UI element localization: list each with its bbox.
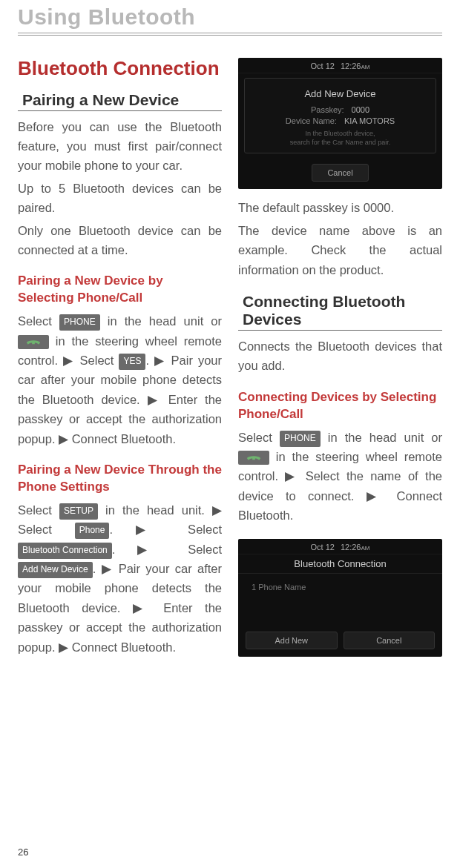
chip-phone: PHONE <box>59 314 100 331</box>
text-fragment: Select <box>18 503 59 517</box>
passkey-label: Passkey: <box>311 105 344 114</box>
device-name-row: Device Name: KIA MOTORS <box>252 116 428 125</box>
pairing-limit: Up to 5 Bluetooth devices can be paired. <box>18 179 222 218</box>
screenshot-button-row: Add New Cancel <box>238 627 442 657</box>
text-fragment: Select <box>18 314 59 328</box>
right-column: Oct 12 12:26AM Add New Device Passkey: 0… <box>238 58 442 670</box>
page-number: 26 <box>18 847 28 858</box>
device-name-value: KIA MOTORS <box>344 116 395 125</box>
screenshot-status-bar: Oct 12 12:26AM <box>238 58 442 73</box>
pairing-single: Only one Bluetooth device can be connect… <box>18 221 222 260</box>
phone-handset-icon <box>18 335 49 349</box>
screenshot-bluetooth-connection: Oct 12 12:26AM Bluetooth Connection 1 Ph… <box>238 539 442 657</box>
red-heading-connecting-phonecall: Connecting Devices by Selecting Phone/Ca… <box>238 389 442 423</box>
left-column: Bluetooth Connection Pairing a New Devic… <box>18 58 222 670</box>
page-title: Using Bluetooth <box>18 0 442 33</box>
section-heading-bluetooth-connection: Bluetooth Connection <box>18 58 222 79</box>
screenshot-add-new-device: Oct 12 12:26AM Add New Device Passkey: 0… <box>238 58 442 189</box>
status-time: 12:26AM <box>341 543 370 551</box>
screenshot-device-list: 1 Phone Name <box>244 577 436 624</box>
pair-settings-text: Select SETUP in the head unit. ▶ Select … <box>18 500 222 657</box>
content-columns: Bluetooth Connection Pairing a New Devic… <box>18 58 442 670</box>
connecting-intro: Connects the Bluetooth devices that you … <box>238 337 442 376</box>
pairing-intro: Before you can use the Bluetooth feature… <box>18 117 222 176</box>
subheading-connecting-bt-devices: Connecting Bluetooth Devices <box>238 293 442 331</box>
screenshot-dialog-title: Add New Device <box>252 85 428 103</box>
hint-line: search for the Car Name and pair. <box>252 139 428 148</box>
screenshot-add-new-button[interactable]: Add New <box>246 632 338 649</box>
phone-handset-icon <box>238 451 269 465</box>
red-heading-pair-settings: Pairing a New Device Through the Phone S… <box>18 462 222 496</box>
device-name-note: The device name above is an example. Che… <box>238 221 442 279</box>
passkey-row: Passkey: 0000 <box>252 105 428 114</box>
passkey-value: 0000 <box>352 105 369 114</box>
status-date: Oct 12 <box>311 543 335 551</box>
screenshot-hint: In the Bluetooth device, search for the … <box>252 130 428 147</box>
title-divider <box>18 33 442 36</box>
red-heading-pair-phonecall: Pairing a New Device by Selecting Phone/… <box>18 273 222 307</box>
connecting-phonecall-text: Select PHONE in the head unit or in the … <box>238 428 442 526</box>
screenshot-button-row: Cancel <box>238 159 442 189</box>
text-fragment: in the steering wheel remote control. ▶ … <box>238 450 442 522</box>
chip-yes: YES <box>119 354 145 370</box>
chip-add-new-device: Add New Device <box>18 562 93 578</box>
device-name-label: Device Name: <box>286 116 337 125</box>
text-fragment: in the head unit or <box>321 431 442 444</box>
status-time: 12:26AM <box>341 62 370 70</box>
hint-line: In the Bluetooth device, <box>252 130 428 139</box>
subheading-pairing-new-device: Pairing a New Device <box>18 91 222 111</box>
chip-setup: SETUP <box>59 503 98 520</box>
default-passkey-note: The default passkey is 0000. <box>238 198 442 217</box>
text-fragment: in the head unit or <box>100 314 222 328</box>
list-item[interactable]: 1 Phone Name <box>250 580 430 594</box>
chip-phone-menu: Phone <box>75 523 110 539</box>
text-fragment: . ▶ Select <box>109 523 222 536</box>
pair-phonecall-text: Select PHONE in the head unit or in the … <box>18 311 222 448</box>
status-date: Oct 12 <box>311 62 335 70</box>
screenshot-status-bar: Oct 12 12:26AM <box>238 539 442 554</box>
screenshot-dialog-title: Bluetooth Connection <box>238 554 442 574</box>
screenshot-dialog: Add New Device Passkey: 0000 Device Name… <box>244 78 436 153</box>
chip-bluetooth-connection: Bluetooth Connection <box>18 543 112 559</box>
text-fragment: . ▶ Select <box>112 543 222 556</box>
text-fragment: Select <box>238 431 280 444</box>
screenshot-cancel-button[interactable]: Cancel <box>344 632 436 649</box>
chip-phone: PHONE <box>280 431 321 447</box>
screenshot-cancel-button[interactable]: Cancel <box>312 164 368 182</box>
